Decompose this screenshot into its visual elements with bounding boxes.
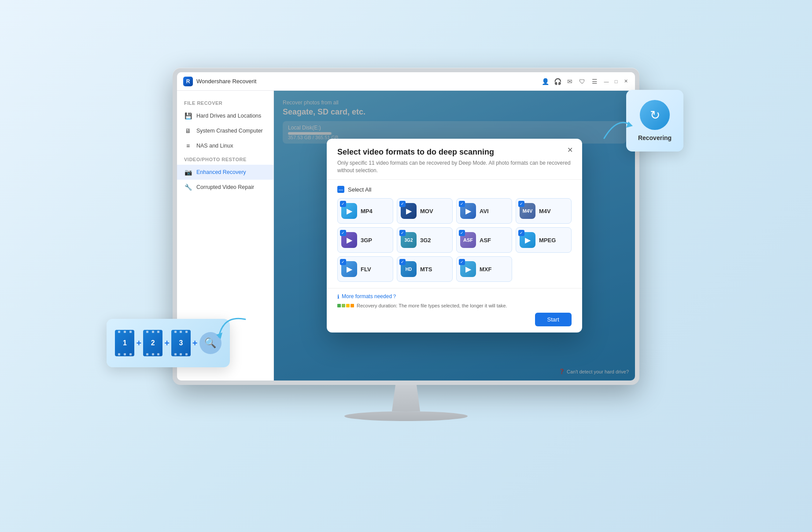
filmstrip-content: 1 + 2 + 3 + 🔍	[115, 330, 221, 356]
enhanced-recovery-icon: 📷	[184, 168, 192, 176]
file-recover-section: File Recover	[177, 97, 273, 108]
info-icon: ℹ	[337, 294, 340, 300]
hard-drives-label: Hard Drives and Locations	[196, 113, 261, 119]
m4v-label: M4V	[539, 208, 551, 214]
minimize-button[interactable]: —	[603, 78, 609, 85]
flv-label: FLV	[361, 266, 371, 273]
arrow-left-decoration	[210, 310, 254, 356]
film-segment-1: 1	[115, 330, 134, 356]
monitor-neck	[388, 385, 424, 411]
flv-checkbox[interactable]: ✓	[340, 259, 346, 265]
app-logo: R	[183, 77, 193, 86]
format-item-mov[interactable]: ✓ ▶ MOV	[397, 198, 453, 224]
maximize-button[interactable]: □	[613, 78, 619, 85]
mpeg-checkbox[interactable]: ✓	[518, 230, 524, 236]
close-button[interactable]: ✕	[623, 78, 629, 85]
logo-text: R	[186, 78, 190, 85]
system-crashed-label: System Crashed Computer	[196, 128, 263, 134]
nas-icon: ≡	[184, 142, 192, 150]
format-item-m4v[interactable]: ✓ M4V M4V	[516, 198, 572, 224]
recovering-label: Recovering	[638, 134, 672, 141]
format-grid: ✓ ▶ MP4 ✓	[337, 198, 572, 282]
mxf-label: MXF	[480, 266, 491, 273]
mail-icon[interactable]: ✉	[566, 78, 573, 85]
format-item-3g2[interactable]: ✓ 3G2 3G2	[397, 227, 453, 253]
format-item-flv[interactable]: ✓ ▶ FLV	[337, 256, 393, 282]
mov-checkbox[interactable]: ✓	[399, 201, 406, 207]
duration-bar	[337, 304, 354, 307]
mxf-checkbox[interactable]: ✓	[459, 259, 465, 265]
film-number-3: 3	[171, 334, 191, 352]
film-number-1: 1	[115, 334, 134, 352]
title-bar: R Wondershare Recoverit 👤 🎧 ✉ 🛡 ☰ — □ ✕	[177, 72, 635, 91]
film-plus-1: +	[136, 338, 141, 348]
shield-icon[interactable]: 🛡	[579, 78, 586, 85]
sidebar-item-corrupted-repair[interactable]: 🔧 Corrupted Video Repair	[177, 180, 273, 195]
modal-footer: ℹ More formats needed？	[327, 288, 582, 332]
select-all-row[interactable]: — Select All	[337, 186, 572, 193]
asf-checkbox[interactable]: ✓	[459, 230, 465, 236]
format-item-mts[interactable]: ✓ HD MTS	[397, 256, 453, 282]
duration-text: Recovery duration: The more file types s…	[357, 303, 507, 308]
video-restore-section: Video/Photo Restore	[177, 153, 273, 165]
format-item-mpeg[interactable]: ✓ ▶ MPEG	[516, 227, 572, 253]
film-segment-3: 3	[171, 330, 191, 356]
modal-close-button[interactable]: ✕	[565, 145, 575, 155]
film-number-2: 2	[143, 334, 162, 352]
film-plus-3: +	[192, 338, 198, 348]
sidebar-item-hard-drives[interactable]: 💾 Hard Drives and Locations	[177, 108, 273, 123]
duration-seg-4	[351, 304, 354, 307]
main-panel: Recover photos from all Seagate, SD card…	[274, 91, 635, 381]
format-item-mp4[interactable]: ✓ ▶ MP4	[337, 198, 393, 224]
enhanced-recovery-label: Enhanced Recovery	[196, 169, 246, 175]
select-all-checkbox[interactable]: —	[337, 186, 344, 193]
mts-label: MTS	[420, 266, 432, 273]
more-formats-text: More formats needed？	[342, 293, 397, 300]
arrow-right-decoration	[600, 112, 635, 149]
system-crash-icon: 🖥	[184, 127, 192, 135]
3g2-checkbox[interactable]: ✓	[399, 230, 406, 236]
3gp-label: 3GP	[361, 237, 372, 244]
duration-seg-1	[337, 304, 341, 307]
sidebar-item-system-crashed[interactable]: 🖥 System Crashed Computer	[177, 123, 273, 138]
format-item-3gp[interactable]: ✓ ▶ 3GP	[337, 227, 393, 253]
format-item-mxf[interactable]: ✓ ▶ MXF	[456, 256, 512, 282]
menu-icon[interactable]: ☰	[591, 78, 598, 85]
mov-label: MOV	[420, 208, 433, 214]
mp4-checkbox[interactable]: ✓	[340, 201, 346, 207]
modal-body: — Select All ✓ ▶	[327, 180, 582, 288]
avi-checkbox[interactable]: ✓	[459, 201, 465, 207]
monitor-base	[344, 411, 468, 421]
m4v-checkbox[interactable]: ✓	[518, 201, 524, 207]
film-plus-2: +	[164, 338, 170, 348]
start-button[interactable]: Start	[535, 313, 572, 326]
asf-label: ASF	[480, 237, 491, 244]
nas-linux-label: NAS and Linux	[196, 143, 233, 149]
film-segment-2: 2	[143, 330, 162, 356]
modal-overlay: ✕ Select video formats to do deep scanni…	[274, 91, 635, 381]
3g2-label: 3G2	[420, 237, 431, 244]
modal-subtitle: Only specific 11 video formats can be re…	[337, 159, 572, 174]
monitor-container: ↻ Recovering 1 + 2 + 3	[164, 68, 648, 464]
select-all-label: Select All	[348, 186, 371, 193]
mts-checkbox[interactable]: ✓	[399, 259, 406, 265]
window-controls: — □ ✕	[603, 78, 629, 85]
sidebar-item-nas-linux[interactable]: ≡ NAS and Linux	[177, 138, 273, 153]
format-item-asf[interactable]: ✓ ASF ASF	[456, 227, 512, 253]
hard-drive-icon: 💾	[184, 112, 192, 120]
3gp-checkbox[interactable]: ✓	[340, 230, 346, 236]
modal-header: Select video formats to do deep scanning…	[327, 139, 582, 180]
svg-marker-0	[626, 122, 633, 128]
mpeg-label: MPEG	[539, 237, 556, 244]
duration-seg-3	[346, 304, 350, 307]
corrupted-repair-label: Corrupted Video Repair	[196, 184, 254, 190]
more-formats-link[interactable]: ℹ More formats needed？	[337, 293, 572, 300]
headset-icon[interactable]: 🎧	[554, 78, 561, 85]
sidebar-item-enhanced-recovery[interactable]: 📷 Enhanced Recovery	[177, 165, 273, 180]
format-item-avi[interactable]: ✓ ▶ AVI	[456, 198, 512, 224]
video-format-modal: ✕ Select video formats to do deep scanni…	[327, 139, 582, 333]
user-icon[interactable]: 👤	[542, 78, 549, 85]
sync-icon: ↻	[650, 108, 660, 122]
corrupted-video-icon: 🔧	[184, 183, 192, 191]
mp4-label: MP4	[361, 208, 373, 214]
